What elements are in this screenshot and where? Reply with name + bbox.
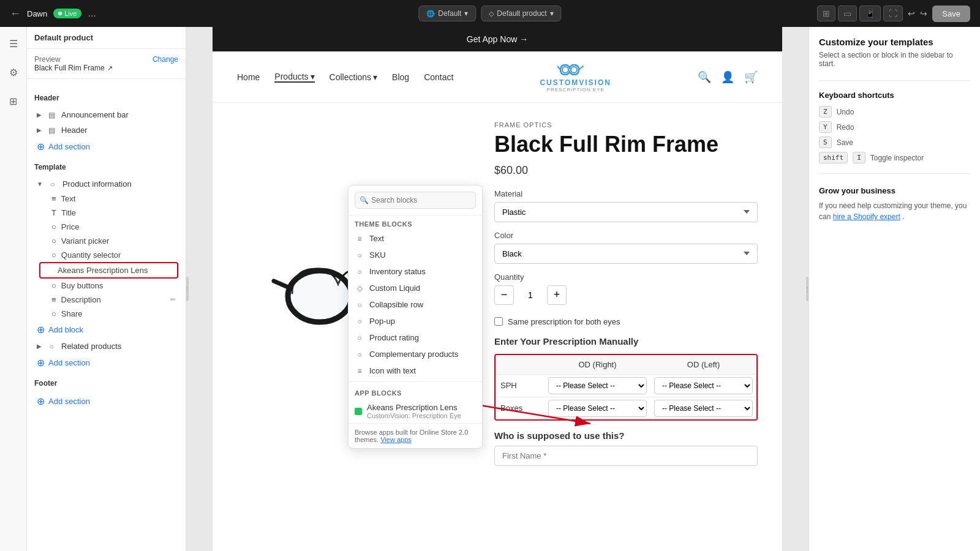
block-sku[interactable]: ○ SKU xyxy=(349,247,482,263)
preview-label: Preview xyxy=(34,55,61,64)
default-product-btn[interactable]: ◇ Default product ▾ xyxy=(481,6,561,21)
undo-icon[interactable]: ↩ xyxy=(908,9,915,18)
right-resize-handle[interactable]: ⋮ xyxy=(806,277,809,301)
block-sku-icon: ○ xyxy=(355,251,364,260)
sidebar-item-related[interactable]: ▶ ○ Related products xyxy=(34,339,178,354)
search-icon-wrap: 🔍 xyxy=(355,192,476,209)
product-info-group: ≡ Text T Title ○ Price ○ Variant picker … xyxy=(39,192,178,321)
add-block-link[interactable]: ⊕ Add block xyxy=(34,321,178,339)
sidebar-sub-qty[interactable]: ○ Quantity selector xyxy=(39,248,178,262)
expand-icon: ▼ xyxy=(37,181,43,187)
logo-svg xyxy=(557,61,594,78)
sidebar-item-announcement[interactable]: ▶ ▤ Announcement bar xyxy=(34,107,178,122)
header-icon: ▤ xyxy=(47,126,56,135)
boxes-left-select[interactable]: -- Please Select -- xyxy=(654,400,753,417)
apps-icon[interactable]: ⊞ xyxy=(6,92,21,111)
block-collapsible[interactable]: ○ Collapsible row xyxy=(349,296,482,313)
block-icon-text[interactable]: ≡ Icon with text xyxy=(349,362,482,379)
cart-icon[interactable]: 🛒 xyxy=(744,70,758,84)
boxes-right-select[interactable]: -- Please Select -- xyxy=(548,400,647,417)
top-bar-center: 🌐 Default ▾ ◇ Default product ▾ xyxy=(418,6,561,21)
search-icon: 🔍 xyxy=(360,196,369,204)
default-btn[interactable]: 🌐 Default ▾ xyxy=(418,6,476,21)
nav-collections[interactable]: Collections ▾ xyxy=(330,72,377,82)
add-footer-section[interactable]: ⊕ Add section xyxy=(34,392,178,410)
desktop-icon[interactable]: ⊞ xyxy=(817,6,835,21)
quantity-row: − 1 + xyxy=(494,285,758,305)
presc-od-left-header: OD (Left) xyxy=(650,355,756,374)
svg-line-6 xyxy=(274,281,288,287)
fullscreen-icon[interactable]: ⛶ xyxy=(883,6,903,21)
block-text-icon: ≡ xyxy=(355,234,364,243)
expand-icon: ▶ xyxy=(37,343,42,350)
left-resize-handle[interactable]: ⋮ xyxy=(186,277,189,301)
preview-product: Black Full Rim Frame ↗ xyxy=(34,64,178,72)
mobile-icon[interactable]: 📱 xyxy=(859,6,881,21)
shortcuts-title: Keyboard shortcuts xyxy=(819,91,970,100)
hire-shopify-link[interactable]: hire a Shopify expert xyxy=(833,212,900,221)
canvas-frame: Get App Now → Home Products ▾ Collection… xyxy=(186,27,809,551)
sidebar-sub-desc[interactable]: ≡ Description ✏ xyxy=(39,293,178,307)
more-menu[interactable]: ... xyxy=(88,8,96,19)
color-label: Color xyxy=(494,231,758,240)
back-icon[interactable]: ← xyxy=(10,7,21,20)
block-popup[interactable]: ○ Pop-up xyxy=(349,313,482,329)
block-inventory[interactable]: ○ Inventory status xyxy=(349,263,482,280)
block-text[interactable]: ≡ Text xyxy=(349,230,482,247)
sph-left-select[interactable]: -- Please Select -- xyxy=(654,377,753,394)
tablet-icon[interactable]: ▭ xyxy=(838,6,857,21)
qty-minus-btn[interactable]: − xyxy=(494,285,514,305)
plus-icon: ⊕ xyxy=(37,141,45,152)
sidebar-item-product-info[interactable]: ▼ ○ Product information xyxy=(34,176,178,192)
top-bar-left: ← Dawn Live ... xyxy=(10,7,96,20)
product-info-col: FRAME OPTICS Black Full Rim Frame $60.00… xyxy=(494,121,758,466)
nav-home[interactable]: Home xyxy=(237,72,260,82)
sidebar-sub-buy[interactable]: ○ Buy buttons xyxy=(39,279,178,293)
qty-plus-btn[interactable]: + xyxy=(547,285,567,305)
sidebar-sub-akeans[interactable]: Akeans Prescription Lens xyxy=(39,262,178,279)
sidebar-item-header[interactable]: ▶ ▤ Header xyxy=(34,122,178,138)
external-link-icon[interactable]: ↗ xyxy=(107,64,113,72)
sidebar-sub-variant[interactable]: ○ Variant picker xyxy=(39,234,178,248)
block-popup-icon: ○ xyxy=(355,317,364,326)
account-icon[interactable]: 👤 xyxy=(721,70,734,84)
title-icon: T xyxy=(51,208,56,217)
nav-products[interactable]: Products ▾ xyxy=(274,72,314,83)
sidebar-sub-title[interactable]: T Title xyxy=(39,206,178,220)
nav-contact[interactable]: Contact xyxy=(424,72,453,82)
footer-section-label: Footer xyxy=(34,379,178,388)
block-icon-text-icon: ≡ xyxy=(355,367,364,375)
theme-blocks-title: THEME BLOCKS xyxy=(349,216,482,230)
save-button[interactable]: Save xyxy=(932,6,970,22)
boxes-label: Boxes xyxy=(496,399,545,418)
presc-title: Enter Your Prescription Manually xyxy=(494,336,758,347)
search-icon[interactable]: 🔍 xyxy=(698,70,711,84)
app-blocks-info: Browse apps built for Online Store 2.0 t… xyxy=(349,423,482,448)
viewport-icons: ⊞ ▭ 📱 ⛶ xyxy=(817,6,903,21)
settings-icon[interactable]: ⚙ xyxy=(6,63,21,82)
site-logo: CUSTOMVISION PRESCRIPTION EYE xyxy=(540,61,611,92)
variant-icon: ○ xyxy=(51,236,56,246)
block-akeans[interactable]: Akeans Prescription Lens CustomVision: P… xyxy=(349,399,482,423)
blocks-search-input[interactable] xyxy=(355,192,476,209)
nav-icons: 🔍 👤 🛒 xyxy=(698,70,758,84)
sidebar-sub-share[interactable]: ○ Share xyxy=(39,307,178,321)
add-header-section[interactable]: ⊕ Add section xyxy=(34,138,178,156)
redo-icon[interactable]: ↪ xyxy=(920,9,927,18)
first-name-input[interactable] xyxy=(494,446,758,466)
block-rating[interactable]: ○ Product rating xyxy=(349,329,482,346)
add-template-section[interactable]: ⊕ Add section xyxy=(34,354,178,372)
change-link[interactable]: Change xyxy=(153,55,178,64)
color-select[interactable]: Black xyxy=(494,244,758,264)
sidebar-sub-price[interactable]: ○ Price xyxy=(39,220,178,234)
edit-icon[interactable]: ✏ xyxy=(170,296,176,304)
material-select[interactable]: Plastic xyxy=(494,202,758,222)
same-presc-checkbox[interactable] xyxy=(494,317,503,326)
sidebar-sub-text[interactable]: ≡ Text xyxy=(39,192,178,206)
sections-icon[interactable]: ☰ xyxy=(6,34,21,53)
nav-blog[interactable]: Blog xyxy=(392,72,409,82)
block-custom-liquid[interactable]: ◇ Custom Liquid xyxy=(349,280,482,296)
view-apps-link[interactable]: View apps xyxy=(380,436,412,443)
sph-right-select[interactable]: -- Please Select -- xyxy=(548,377,647,394)
block-complementary[interactable]: ○ Complementary products xyxy=(349,346,482,362)
